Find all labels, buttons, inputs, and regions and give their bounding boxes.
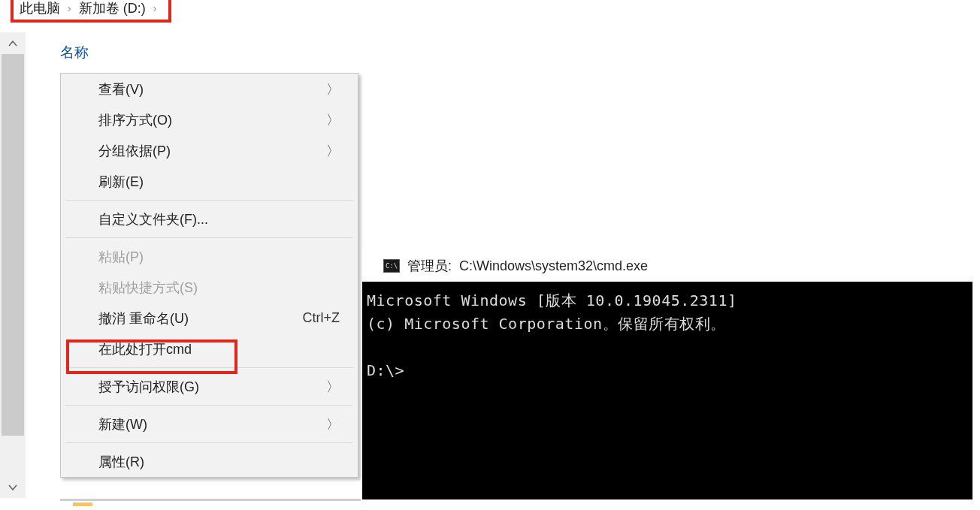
menu-item-label: 查看(V) xyxy=(98,80,144,98)
menu-separator xyxy=(65,405,353,406)
chevron-right-icon: › xyxy=(68,0,71,17)
cmd-titlebar[interactable]: C:\ 管理员: C:\Windows\system32\cmd.exe xyxy=(362,250,972,282)
chevron-right-icon: › xyxy=(153,0,157,17)
vertical-scrollbar[interactable] xyxy=(0,32,26,498)
breadcrumb-highlight-box: 此电脑 › 新加卷 (D:) › xyxy=(11,0,171,23)
cmd-prompt: D:\> xyxy=(367,361,404,379)
menu-item-label: 在此处打开cmd xyxy=(98,340,192,358)
menu-item-paste-shortcut: 粘贴快捷方式(S) xyxy=(61,272,358,303)
menu-separator xyxy=(65,200,353,201)
breadcrumb-item-this-pc[interactable]: 此电脑 xyxy=(20,0,60,17)
cmd-icon: C:\ xyxy=(383,259,400,273)
divider xyxy=(60,499,361,501)
menu-item-sort[interactable]: 排序方式(O) 〉 xyxy=(61,104,358,135)
cmd-window: C:\ 管理员: C:\Windows\system32\cmd.exe Mic… xyxy=(362,250,972,499)
menu-separator xyxy=(65,367,353,368)
menu-item-refresh[interactable]: 刷新(E) xyxy=(61,166,358,197)
chevron-right-icon: 〉 xyxy=(326,80,340,98)
menu-separator xyxy=(65,442,353,443)
menu-item-label: 撤消 重命名(U) xyxy=(98,309,189,327)
menu-item-give-access[interactable]: 授予访问权限(G) 〉 xyxy=(61,371,358,402)
cmd-line: Microsoft Windows [版本 10.0.19045.2311] xyxy=(367,291,737,309)
menu-item-label: 授予访问权限(G) xyxy=(98,378,199,396)
menu-item-paste: 粘贴(P) xyxy=(61,241,358,272)
menu-separator xyxy=(65,237,353,238)
cmd-line: (c) Microsoft Corporation。保留所有权利。 xyxy=(367,315,726,333)
menu-item-label: 分组依据(P) xyxy=(98,142,171,160)
menu-item-label: 排序方式(O) xyxy=(98,111,172,129)
chevron-right-icon: 〉 xyxy=(326,378,340,396)
chevron-right-icon: 〉 xyxy=(326,415,340,433)
menu-item-shortcut: Ctrl+Z xyxy=(303,310,340,326)
cmd-output[interactable]: Microsoft Windows [版本 10.0.19045.2311] (… xyxy=(362,282,972,499)
menu-item-customize-folder[interactable]: 自定义文件夹(F)... xyxy=(61,204,358,234)
menu-item-label: 属性(R) xyxy=(98,453,144,471)
menu-item-label: 刷新(E) xyxy=(98,173,144,191)
breadcrumb-item-drive-d[interactable]: 新加卷 (D:) xyxy=(79,0,146,17)
menu-item-label: 自定义文件夹(F)... xyxy=(98,210,208,228)
cmd-title-path: C:\Windows\system32\cmd.exe xyxy=(459,258,648,274)
context-menu: 查看(V) 〉 排序方式(O) 〉 分组依据(P) 〉 刷新(E) 自定义文件夹… xyxy=(60,73,358,478)
menu-item-undo-rename[interactable]: 撤消 重命名(U) Ctrl+Z xyxy=(61,303,358,333)
breadcrumb[interactable]: 此电脑 › 新加卷 (D:) › xyxy=(20,0,156,17)
chevron-right-icon: 〉 xyxy=(326,111,340,129)
scroll-down-button[interactable] xyxy=(0,476,26,498)
menu-item-label: 新建(W) xyxy=(98,415,147,433)
scroll-up-button[interactable] xyxy=(0,32,26,54)
folder-icon xyxy=(73,502,92,506)
scroll-thumb[interactable] xyxy=(2,54,24,436)
menu-item-label: 粘贴快捷方式(S) xyxy=(98,279,198,297)
cmd-title-prefix: 管理员: xyxy=(407,257,452,275)
chevron-right-icon: 〉 xyxy=(326,142,340,160)
menu-item-view[interactable]: 查看(V) 〉 xyxy=(61,74,358,104)
menu-item-label: 粘贴(P) xyxy=(98,248,144,266)
menu-item-properties[interactable]: 属性(R) xyxy=(61,446,358,477)
menu-item-open-cmd-here[interactable]: 在此处打开cmd xyxy=(61,333,358,364)
column-header-name[interactable]: 名称 xyxy=(60,43,89,62)
menu-item-new[interactable]: 新建(W) 〉 xyxy=(61,409,358,439)
menu-item-group[interactable]: 分组依据(P) 〉 xyxy=(61,135,358,166)
